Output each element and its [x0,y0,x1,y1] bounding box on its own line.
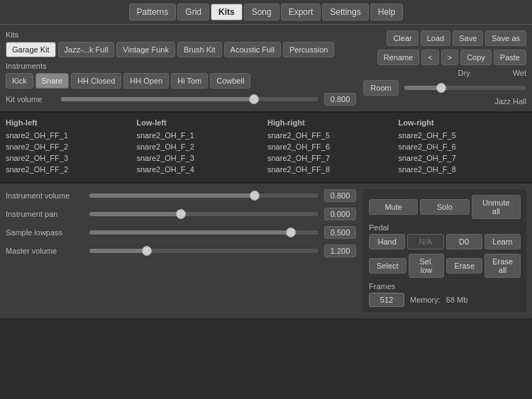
kit-volume-label: Kit volume [6,95,55,103]
param-value-3: 1.200 [324,245,356,257]
param-slider-0[interactable] [89,193,318,198]
nav-settings[interactable]: Settings [322,4,368,21]
nav-export[interactable]: Export [281,4,321,21]
kits-label: Kits [6,30,356,39]
next-button[interactable]: > [441,50,458,65]
mute-button[interactable]: Mute [369,199,418,215]
nav-grid[interactable]: Grid [177,4,209,21]
inst-hh-open[interactable]: HH Open [123,73,169,89]
unmute-all-button[interactable]: Unmute all [472,195,521,219]
reverb-slider[interactable] [404,86,526,90]
hand-button[interactable]: Hand [369,234,405,249]
param-row-3: Master volume1.200 [6,245,356,257]
inst-hh-closed[interactable]: HH Closed [71,73,121,89]
instruments-label: Instruments [6,62,356,70]
top-section: Kits Garage KitJazz-...k FullVintage Fun… [0,25,532,113]
file-item[interactable]: snare2_OH_F_7 [399,154,527,162]
kit-acoustic-full[interactable]: Acoustic Full [224,42,281,57]
select-erase-row: Select Sel. low Erase Erase all [369,254,521,278]
frames-row: Memory: 68 Mb [369,293,521,307]
kit-percussion[interactable]: Percussion [283,42,334,57]
sel-low-button[interactable]: Sel. low [409,254,445,278]
nav-patterns[interactable]: Patterns [129,4,177,21]
pedal-label: Pedal [369,223,521,232]
room-button[interactable]: Room [363,80,399,96]
column-header: Low-left [137,118,265,127]
file-item[interactable]: snare2_OH_F_6 [399,142,527,151]
d0-button[interactable]: D0 [446,234,482,249]
pedal-row: Hand N/A D0 Learn [369,234,521,249]
kit-volume-slider[interactable] [61,97,318,101]
kit-jazz-...k-full[interactable]: Jazz-...k Full [58,42,115,57]
file-item[interactable]: snare2_OH_FF_6 [267,142,396,151]
file-column-high-left: High-leftsnare2_OH_FF_1snare2_OH_FF_2sna… [6,118,134,176]
file-item[interactable]: snare2_OH_F_4 [137,165,265,174]
load-button[interactable]: Load [421,30,450,46]
erase-button[interactable]: Erase [446,258,482,274]
kit-garage-kit[interactable]: Garage Kit [6,42,56,57]
file-item[interactable]: snare2_OH_FF_3 [6,154,134,162]
column-header: High-right [267,118,396,127]
top-nav: PatternsGridKitsSongExportSettingsHelp [0,0,532,25]
kit-brush-kit[interactable]: Brush Kit [177,42,222,57]
param-value-1: 0.000 [324,208,356,220]
right-mid-row: Rename < > Copy Paste [363,50,526,65]
file-item[interactable]: snare2_OH_F_5 [399,131,527,140]
learn-button[interactable]: Learn [484,234,521,249]
wet-label: Wet [513,69,526,77]
param-row-0: Instrument volume0.800 [6,189,356,202]
rename-button[interactable]: Rename [377,50,420,65]
file-column-low-right: Low-rightsnare2_OH_F_5snare2_OH_F_6snare… [399,118,527,176]
select-button[interactable]: Select [369,258,406,274]
save-as-button[interactable]: Save as [485,30,526,46]
file-item[interactable]: snare2_OH_F_3 [137,154,265,162]
inst-snare[interactable]: Snare [35,73,69,89]
memory-value: 68 Mb [446,296,468,304]
inst-kick[interactable]: Kick [6,73,33,89]
frames-input[interactable] [369,293,404,307]
file-item[interactable]: snare2_OH_FF_7 [267,154,396,162]
nav-kits[interactable]: Kits [211,4,243,21]
param-slider-3[interactable] [89,249,318,253]
clear-button[interactable]: Clear [387,30,418,46]
left-panel: Kits Garage KitJazz-...k FullVintage Fun… [6,30,356,106]
nav-song[interactable]: Song [244,4,279,21]
instruments-row: KickSnareHH ClosedHH OpenHi TomCowbell [6,73,356,89]
reverb-row: Room [363,80,526,96]
file-item[interactable]: snare2_OH_F_8 [399,165,527,174]
paste-button[interactable]: Paste [494,50,526,65]
prev-button[interactable]: < [421,50,438,65]
inst-cowbell[interactable]: Cowbell [210,73,250,89]
param-label-2: Sample lowpass [6,228,84,237]
frames-label: Frames [369,282,521,291]
save-button[interactable]: Save [453,30,483,46]
kit-vintage-funk[interactable]: Vintage Funk [116,42,175,57]
file-item[interactable]: snare2_OH_FF_8 [267,165,396,174]
kits-row: Garage KitJazz-...k FullVintage FunkBrus… [6,42,356,57]
column-header: High-left [6,118,134,127]
param-value-0: 0.800 [324,189,356,202]
copy-button[interactable]: Copy [460,50,492,65]
file-item[interactable]: snare2_OH_F_1 [137,131,265,140]
file-item[interactable]: snare2_OH_FF_2 [6,165,134,174]
erase-all-button[interactable]: Erase all [484,254,521,278]
file-item[interactable]: snare2_OH_F_2 [137,142,265,151]
file-item[interactable]: snare2_OH_FF_2 [6,142,134,151]
solo-button[interactable]: Solo [420,199,469,215]
kit-volume-row: Kit volume 0.800 [6,93,356,106]
mute-solo-row: Mute Solo Unmute all [369,195,521,219]
file-item[interactable]: snare2_OH_FF_1 [6,131,134,140]
dry-wet-labels: Dry Wet [363,69,526,77]
bottom-left: Instrument volume0.800Instrument pan0.00… [6,189,356,313]
param-slider-1[interactable] [89,212,318,216]
file-column-low-left: Low-leftsnare2_OH_F_1snare2_OH_F_2snare2… [137,118,265,176]
jazz-hall-label: Jazz Hall [363,97,526,106]
param-label-0: Instrument volume [6,191,84,200]
bottom-right: Mute Solo Unmute all Pedal Hand N/A D0 L… [363,189,526,313]
right-top-row: Clear Load Save Save as [363,30,526,46]
na-button[interactable]: N/A [407,234,443,249]
file-item[interactable]: snare2_OH_FF_5 [267,131,396,140]
nav-help[interactable]: Help [370,4,404,21]
inst-hi-tom[interactable]: Hi Tom [171,73,208,89]
param-slider-2[interactable] [89,230,318,235]
